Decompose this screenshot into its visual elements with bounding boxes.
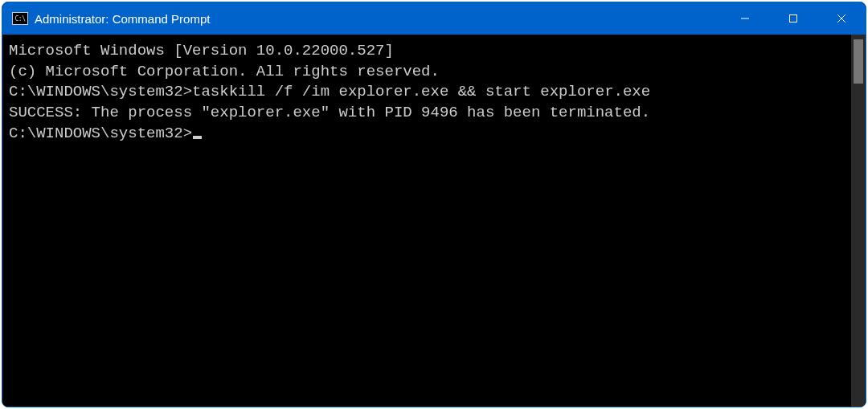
command-prompt-window: C:\ Administrator: Command Prompt Micros… (2, 2, 866, 407)
command-line-1: C:\WINDOWS\system32>taskkill /f /im expl… (9, 82, 848, 103)
svg-rect-1 (790, 15, 797, 22)
current-prompt-line: C:\WINDOWS\system32> (9, 124, 848, 145)
terminal-area: Microsoft Windows [Version 10.0.22000.52… (2, 35, 866, 407)
close-button[interactable] (817, 2, 866, 35)
cmd-icon: C:\ (12, 12, 28, 25)
scrollbar-thumb[interactable] (854, 39, 863, 84)
terminal-output[interactable]: Microsoft Windows [Version 10.0.22000.52… (2, 35, 851, 407)
prompt-1: C:\WINDOWS\system32> (9, 83, 192, 100)
window-title: Administrator: Command Prompt (35, 12, 210, 26)
close-icon (837, 14, 846, 23)
command-1: taskkill /f /im explorer.exe && start ex… (192, 83, 650, 100)
prompt-2: C:\WINDOWS\system32> (9, 125, 192, 142)
output-line-1: SUCCESS: The process "explorer.exe" with… (9, 103, 848, 124)
version-line: Microsoft Windows [Version 10.0.22000.52… (9, 41, 848, 62)
maximize-icon (788, 14, 798, 23)
minimize-button[interactable] (721, 2, 769, 35)
window-controls (721, 2, 866, 35)
scrollbar-track[interactable] (851, 35, 866, 407)
cmd-icon-text: C:\ (15, 15, 26, 22)
titlebar[interactable]: C:\ Administrator: Command Prompt (2, 2, 866, 35)
minimize-icon (740, 14, 750, 23)
copyright-line: (c) Microsoft Corporation. All rights re… (9, 62, 848, 83)
maximize-button[interactable] (769, 2, 817, 35)
text-cursor (193, 136, 202, 139)
